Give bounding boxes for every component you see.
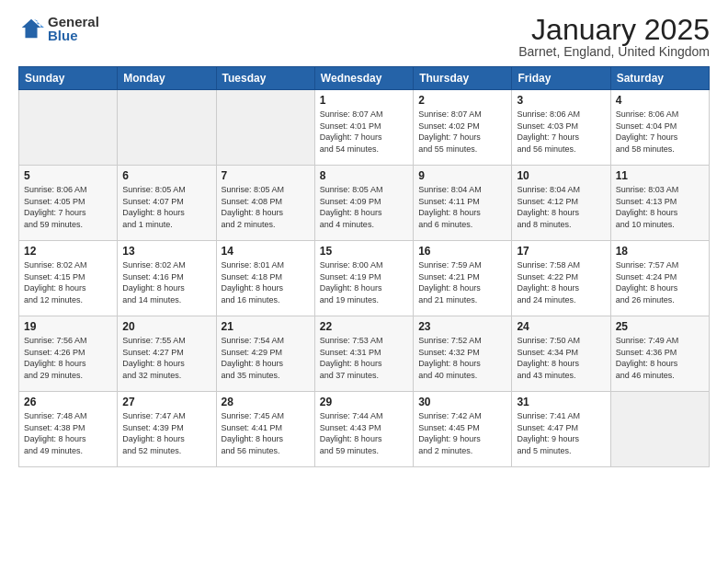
col-saturday: Saturday <box>610 67 709 90</box>
calendar-cell <box>216 90 314 166</box>
title-area: January 2025 Barnet, England, United Kin… <box>518 15 710 59</box>
day-info: Sunrise: 8:05 AM Sunset: 4:07 PM Dayligh… <box>122 184 210 230</box>
logo-blue: Blue <box>48 29 99 42</box>
day-number: 25 <box>616 320 704 333</box>
location: Barnet, England, United Kingdom <box>518 44 710 59</box>
header: General Blue January 2025 Barnet, Englan… <box>18 15 710 59</box>
day-number: 27 <box>122 396 210 408</box>
calendar-cell: 25Sunrise: 7:49 AM Sunset: 4:36 PM Dayli… <box>610 316 709 392</box>
calendar-cell: 8Sunrise: 8:05 AM Sunset: 4:09 PM Daylig… <box>314 166 413 241</box>
calendar-cell: 15Sunrise: 8:00 AM Sunset: 4:19 PM Dayli… <box>314 241 413 316</box>
day-info: Sunrise: 8:03 AM Sunset: 4:13 PM Dayligh… <box>616 184 704 230</box>
logo-icon <box>18 16 44 41</box>
day-info: Sunrise: 7:48 AM Sunset: 4:38 PM Dayligh… <box>24 410 112 456</box>
day-number: 29 <box>320 396 408 408</box>
calendar-cell <box>610 392 709 467</box>
day-info: Sunrise: 8:07 AM Sunset: 4:02 PM Dayligh… <box>418 109 506 155</box>
col-friday: Friday <box>512 67 610 90</box>
calendar-cell: 30Sunrise: 7:42 AM Sunset: 4:45 PM Dayli… <box>414 392 512 467</box>
day-info: Sunrise: 8:06 AM Sunset: 4:05 PM Dayligh… <box>24 184 112 230</box>
calendar-cell: 27Sunrise: 7:47 AM Sunset: 4:39 PM Dayli… <box>118 392 216 467</box>
day-info: Sunrise: 8:04 AM Sunset: 4:11 PM Dayligh… <box>418 184 506 230</box>
day-info: Sunrise: 8:02 AM Sunset: 4:15 PM Dayligh… <box>24 259 112 305</box>
day-number: 11 <box>616 169 704 182</box>
calendar-cell: 1Sunrise: 8:07 AM Sunset: 4:01 PM Daylig… <box>314 90 413 166</box>
calendar-week-4: 19Sunrise: 7:56 AM Sunset: 4:26 PM Dayli… <box>19 316 710 392</box>
day-info: Sunrise: 7:56 AM Sunset: 4:26 PM Dayligh… <box>24 335 112 381</box>
calendar: Sunday Monday Tuesday Wednesday Thursday… <box>18 66 710 467</box>
day-info: Sunrise: 8:06 AM Sunset: 4:03 PM Dayligh… <box>517 109 605 155</box>
day-number: 30 <box>418 396 506 408</box>
day-info: Sunrise: 7:50 AM Sunset: 4:34 PM Dayligh… <box>517 335 605 381</box>
calendar-cell: 10Sunrise: 8:04 AM Sunset: 4:12 PM Dayli… <box>512 166 610 241</box>
calendar-cell <box>118 90 216 166</box>
svg-marker-0 <box>22 19 41 39</box>
weekday-row: Sunday Monday Tuesday Wednesday Thursday… <box>19 67 710 90</box>
calendar-cell: 9Sunrise: 8:04 AM Sunset: 4:11 PM Daylig… <box>414 166 512 241</box>
month-title: January 2025 <box>518 15 710 44</box>
day-info: Sunrise: 8:01 AM Sunset: 4:18 PM Dayligh… <box>222 259 310 305</box>
calendar-body: 1Sunrise: 8:07 AM Sunset: 4:01 PM Daylig… <box>19 90 710 467</box>
day-info: Sunrise: 7:41 AM Sunset: 4:47 PM Dayligh… <box>517 410 605 456</box>
day-number: 5 <box>24 169 112 182</box>
day-number: 7 <box>222 169 310 182</box>
day-info: Sunrise: 7:52 AM Sunset: 4:32 PM Dayligh… <box>418 335 506 381</box>
day-number: 20 <box>122 320 210 333</box>
day-info: Sunrise: 8:02 AM Sunset: 4:16 PM Dayligh… <box>122 259 210 305</box>
day-info: Sunrise: 7:45 AM Sunset: 4:41 PM Dayligh… <box>222 410 310 456</box>
logo-general: General <box>48 15 99 29</box>
day-info: Sunrise: 8:07 AM Sunset: 4:01 PM Dayligh… <box>320 109 408 155</box>
col-tuesday: Tuesday <box>216 67 314 90</box>
day-number: 4 <box>616 94 704 107</box>
day-number: 16 <box>418 245 506 258</box>
day-number: 10 <box>517 169 605 182</box>
calendar-week-3: 12Sunrise: 8:02 AM Sunset: 4:15 PM Dayli… <box>19 241 710 316</box>
day-number: 3 <box>517 94 605 107</box>
day-number: 22 <box>320 320 408 333</box>
col-sunday: Sunday <box>19 67 118 90</box>
calendar-cell: 7Sunrise: 8:05 AM Sunset: 4:08 PM Daylig… <box>216 166 314 241</box>
calendar-cell: 5Sunrise: 8:06 AM Sunset: 4:05 PM Daylig… <box>19 166 118 241</box>
calendar-cell: 28Sunrise: 7:45 AM Sunset: 4:41 PM Dayli… <box>216 392 314 467</box>
calendar-cell: 6Sunrise: 8:05 AM Sunset: 4:07 PM Daylig… <box>118 166 216 241</box>
calendar-cell: 26Sunrise: 7:48 AM Sunset: 4:38 PM Dayli… <box>19 392 118 467</box>
day-number: 19 <box>24 320 112 333</box>
logo: General Blue <box>18 15 99 42</box>
calendar-cell: 12Sunrise: 8:02 AM Sunset: 4:15 PM Dayli… <box>19 241 118 316</box>
calendar-cell: 31Sunrise: 7:41 AM Sunset: 4:47 PM Dayli… <box>512 392 610 467</box>
day-number: 13 <box>122 245 210 258</box>
day-info: Sunrise: 7:55 AM Sunset: 4:27 PM Dayligh… <box>122 335 210 381</box>
day-info: Sunrise: 7:59 AM Sunset: 4:21 PM Dayligh… <box>418 259 506 305</box>
day-number: 14 <box>222 245 310 258</box>
calendar-cell: 29Sunrise: 7:44 AM Sunset: 4:43 PM Dayli… <box>314 392 413 467</box>
day-info: Sunrise: 7:44 AM Sunset: 4:43 PM Dayligh… <box>320 410 408 456</box>
calendar-cell: 20Sunrise: 7:55 AM Sunset: 4:27 PM Dayli… <box>118 316 216 392</box>
day-info: Sunrise: 7:58 AM Sunset: 4:22 PM Dayligh… <box>517 259 605 305</box>
calendar-cell: 18Sunrise: 7:57 AM Sunset: 4:24 PM Dayli… <box>610 241 709 316</box>
day-info: Sunrise: 8:00 AM Sunset: 4:19 PM Dayligh… <box>320 259 408 305</box>
day-number: 26 <box>24 396 112 408</box>
day-info: Sunrise: 7:47 AM Sunset: 4:39 PM Dayligh… <box>122 410 210 456</box>
day-number: 31 <box>517 396 605 408</box>
calendar-cell: 11Sunrise: 8:03 AM Sunset: 4:13 PM Dayli… <box>610 166 709 241</box>
day-info: Sunrise: 7:49 AM Sunset: 4:36 PM Dayligh… <box>616 335 704 381</box>
calendar-cell: 22Sunrise: 7:53 AM Sunset: 4:31 PM Dayli… <box>314 316 413 392</box>
calendar-cell <box>19 90 118 166</box>
day-info: Sunrise: 8:04 AM Sunset: 4:12 PM Dayligh… <box>517 184 605 230</box>
calendar-week-2: 5Sunrise: 8:06 AM Sunset: 4:05 PM Daylig… <box>19 166 710 241</box>
calendar-cell: 16Sunrise: 7:59 AM Sunset: 4:21 PM Dayli… <box>414 241 512 316</box>
day-number: 6 <box>122 169 210 182</box>
day-number: 9 <box>418 169 506 182</box>
col-wednesday: Wednesday <box>314 67 413 90</box>
calendar-cell: 2Sunrise: 8:07 AM Sunset: 4:02 PM Daylig… <box>414 90 512 166</box>
calendar-cell: 21Sunrise: 7:54 AM Sunset: 4:29 PM Dayli… <box>216 316 314 392</box>
day-info: Sunrise: 8:05 AM Sunset: 4:09 PM Dayligh… <box>320 184 408 230</box>
calendar-cell: 23Sunrise: 7:52 AM Sunset: 4:32 PM Dayli… <box>414 316 512 392</box>
day-number: 23 <box>418 320 506 333</box>
day-info: Sunrise: 8:05 AM Sunset: 4:08 PM Dayligh… <box>222 184 310 230</box>
day-number: 18 <box>616 245 704 258</box>
calendar-cell: 3Sunrise: 8:06 AM Sunset: 4:03 PM Daylig… <box>512 90 610 166</box>
calendar-cell: 19Sunrise: 7:56 AM Sunset: 4:26 PM Dayli… <box>19 316 118 392</box>
day-info: Sunrise: 7:54 AM Sunset: 4:29 PM Dayligh… <box>222 335 310 381</box>
day-info: Sunrise: 7:57 AM Sunset: 4:24 PM Dayligh… <box>616 259 704 305</box>
